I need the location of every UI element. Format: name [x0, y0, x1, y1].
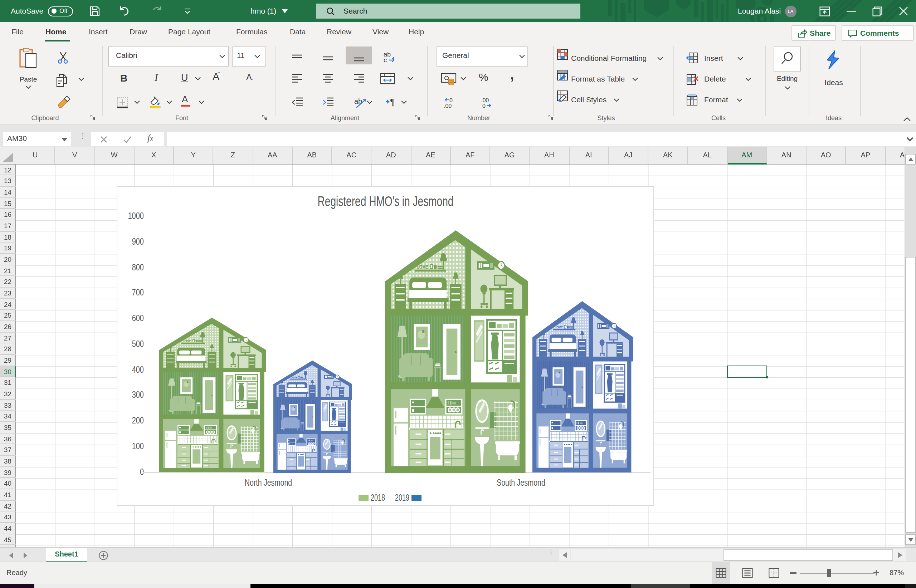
svg-text:0: 0: [450, 97, 453, 103]
svg-text:.00: .00: [481, 97, 489, 103]
svg-text:¶: ¶: [390, 97, 395, 107]
svg-text:.00: .00: [444, 103, 452, 109]
svg-text:0: 0: [482, 103, 486, 109]
svg-text:c: c: [384, 57, 387, 64]
